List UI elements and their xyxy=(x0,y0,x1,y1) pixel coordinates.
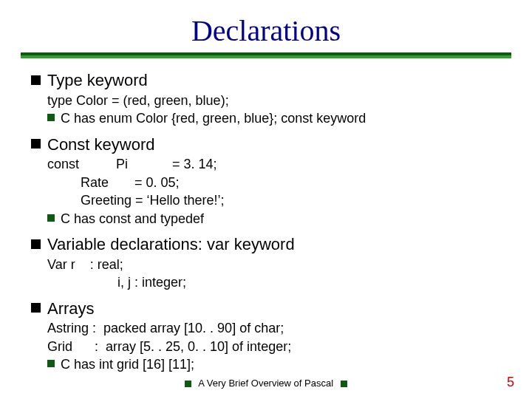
bullet-square-icon xyxy=(31,303,41,313)
title-rule xyxy=(21,52,511,58)
sub-bullet: C has const and typedef xyxy=(47,211,511,228)
sub-bullet: C has int grid [16] [11]; xyxy=(47,356,511,373)
slide-footer: A Very Brief Overview of Pascal xyxy=(0,378,532,389)
bullet-heading: Const keyword xyxy=(47,135,155,154)
code-line: Rate = 0. 05; xyxy=(31,174,511,191)
sub-bullet-text: C has const and typedef xyxy=(61,211,204,226)
bullet-heading: Type keyword xyxy=(47,71,148,89)
bullet-heading: Arrays xyxy=(47,299,95,318)
sub-bullet-text: C has enum Color {red, green, blue}; con… xyxy=(61,111,366,126)
code-line: const Pi = 3. 14; xyxy=(31,156,511,173)
bullet-heading: Variable declarations: var keyword xyxy=(47,235,295,253)
footer-text: A Very Brief Overview of Pascal xyxy=(198,378,333,389)
sub-bullet: C has enum Color {red, green, blue}; con… xyxy=(47,110,511,127)
bullet-square-icon xyxy=(47,214,55,222)
bullet-type-keyword: Type keyword xyxy=(31,70,511,91)
code-line: Grid : array [5. . 25, 0. . 10] of integ… xyxy=(31,338,511,355)
footer-square-icon xyxy=(341,381,347,387)
bullet-square-icon xyxy=(47,114,55,121)
code-line: Var r : real; xyxy=(31,256,511,273)
bullet-arrays: Arrays xyxy=(31,299,511,319)
bullet-square-icon xyxy=(47,360,55,367)
sub-bullet-text: C has int grid [16] [11]; xyxy=(61,357,194,372)
bullet-square-icon xyxy=(31,239,41,249)
footer-square-icon xyxy=(185,381,191,387)
code-line: type Color = (red, green, blue); xyxy=(31,92,511,109)
slide-content: Type keyword type Color = (red, green, b… xyxy=(0,58,532,373)
bullet-const-keyword: Const keyword xyxy=(31,134,511,155)
slide-title: Declarations xyxy=(0,0,532,52)
code-line: Greeting = ‘Hello there!’; xyxy=(31,192,511,209)
bullet-square-icon xyxy=(31,139,41,149)
code-line: i, j : integer; xyxy=(31,274,511,291)
bullet-square-icon xyxy=(31,75,41,85)
bullet-var-keyword: Variable declarations: var keyword xyxy=(31,234,511,255)
code-line: Astring : packed array [10. . 90] of cha… xyxy=(31,320,511,337)
page-number: 5 xyxy=(507,375,514,390)
